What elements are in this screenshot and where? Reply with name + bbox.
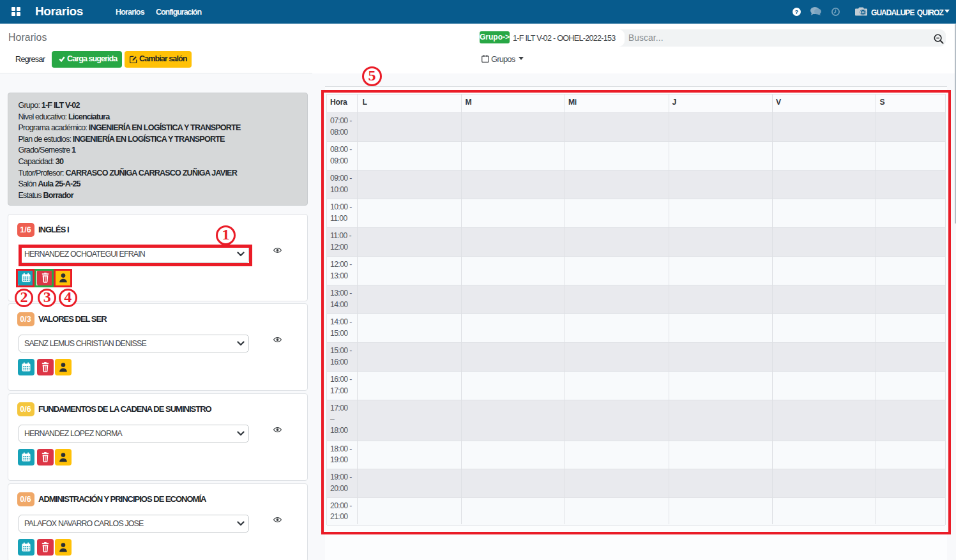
svg-text:?: ? <box>795 8 799 15</box>
